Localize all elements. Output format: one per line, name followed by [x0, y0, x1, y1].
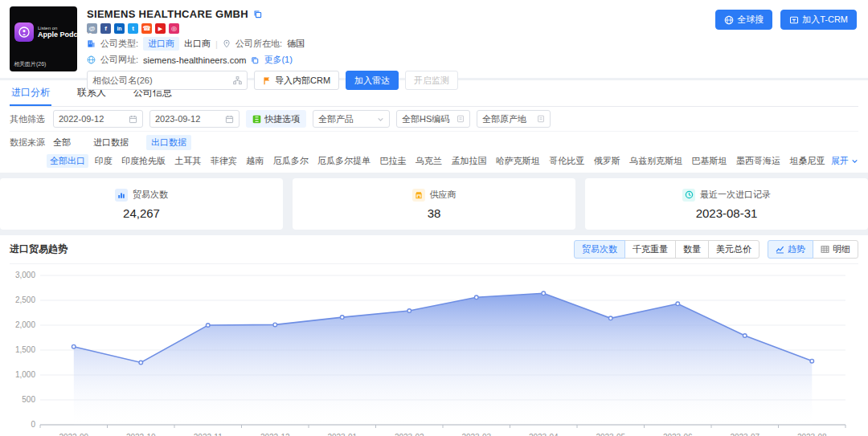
region-tab[interactable]: 土耳其: [171, 154, 204, 168]
region-tab[interactable]: 坦桑尼亚: [786, 154, 828, 168]
hs-code-select[interactable]: 全部HS编码: [396, 110, 470, 128]
divider: |: [215, 39, 218, 49]
related-images-label[interactable]: 相关图片(26): [14, 60, 46, 68]
region-tab[interactable]: 哈萨克斯坦: [493, 154, 543, 168]
quick-options-button[interactable]: 快捷选项: [246, 110, 306, 128]
supplier-icon: [412, 189, 425, 202]
svg-text:2023-07: 2023-07: [730, 433, 760, 436]
company-type-label: 公司类型:: [100, 38, 138, 50]
region-tab[interactable]: 墨西哥海运: [733, 154, 784, 168]
import-trend-area-chart[interactable]: 05001,0001,5002,0002,5003,0002022-092022…: [10, 266, 858, 436]
podcast-icon: [14, 22, 34, 42]
source-option-all[interactable]: 全部: [48, 135, 76, 150]
stat-label: 贸易次数: [133, 189, 168, 201]
metric-usd-total[interactable]: 美元总价: [708, 240, 760, 259]
region-tab[interactable]: 俄罗斯: [591, 154, 624, 168]
import-crm-button[interactable]: 导入内部CRM: [254, 71, 339, 90]
phone-icon[interactable]: ☎: [141, 23, 152, 34]
region-tab[interactable]: 巴拉圭: [377, 154, 410, 168]
view-trend[interactable]: 趋势: [768, 240, 813, 259]
region-tab[interactable]: 菲律宾: [207, 154, 240, 168]
metric-kg-weight[interactable]: 千克重量: [624, 240, 676, 259]
calendar-icon: [225, 115, 234, 124]
region-tab[interactable]: 印度抢先版: [118, 154, 169, 168]
svg-text:1,500: 1,500: [15, 345, 35, 354]
company-header: Listen on Apple Podcasts 相关图片(26) SIEMEN…: [0, 0, 868, 78]
product-select[interactable]: 全部产品: [313, 110, 390, 128]
svg-text:2023-06: 2023-06: [663, 433, 693, 436]
region-tab[interactable]: 厄瓜多尔: [270, 154, 312, 168]
similar-company-input[interactable]: [87, 71, 248, 90]
stat-card-trade-count: 贸易次数 24,267: [0, 178, 283, 230]
company-name: SIEMENS HEALTHCARE GMBH: [87, 8, 248, 20]
region-tab[interactable]: 孟加拉国: [448, 154, 489, 168]
global-search-button[interactable]: 全球搜: [715, 10, 772, 30]
region-tab[interactable]: 哥伦比亚: [546, 154, 588, 168]
location-pin-icon: [223, 39, 231, 48]
website-value[interactable]: siemens-healthineers.com: [143, 55, 246, 65]
source-option-export[interactable]: 出口数据: [146, 135, 191, 150]
org-icon: [233, 76, 242, 85]
region-tab[interactable]: 乌兹别克斯坦: [626, 154, 686, 168]
svg-text:2022-12: 2022-12: [260, 433, 290, 436]
youtube-icon[interactable]: ▶: [155, 23, 166, 34]
tab-import-analysis[interactable]: 进口分析: [10, 80, 51, 106]
svg-text:2023-05: 2023-05: [596, 433, 625, 436]
date-to-picker[interactable]: [149, 110, 240, 128]
region-tab[interactable]: 印度: [91, 154, 115, 168]
svg-text:2,000: 2,000: [15, 320, 35, 329]
company-type-importer[interactable]: 进口商: [143, 37, 179, 51]
region-tab[interactable]: 越南: [243, 154, 267, 168]
twitter-icon[interactable]: t: [128, 23, 138, 34]
region-tab[interactable]: 厄瓜多尔提单: [314, 154, 374, 168]
trend-chart-panel: 进口贸易趋势 贸易次数 千克重量 数量 美元总价 趋势 明细 05001,000…: [0, 235, 868, 436]
date-from-input[interactable]: [59, 114, 123, 124]
copy-icon[interactable]: [253, 10, 262, 18]
data-source-label: 数据来源: [10, 137, 47, 149]
chevron-down-icon: [851, 157, 858, 165]
clock-icon: [682, 189, 695, 202]
facebook-icon[interactable]: f: [100, 23, 111, 34]
location-value: 德国: [287, 38, 305, 50]
copy-url-icon[interactable]: [251, 56, 259, 64]
stat-label: 最近一次进口记录: [700, 189, 771, 201]
chart-toolbar: 贸易次数 千克重量 数量 美元总价 趋势 明细: [574, 240, 858, 259]
grid-icon: [252, 115, 261, 124]
region-tabs: 全部出口 印度 印度抢先版 土耳其 菲律宾 越南 厄瓜多尔 厄瓜多尔提单 巴拉圭…: [10, 152, 858, 169]
date-from-picker[interactable]: [53, 110, 143, 128]
stat-value: 24,267: [123, 206, 160, 220]
list-icon: [537, 115, 545, 123]
stat-value: 38: [428, 206, 441, 220]
svg-text:2022-10: 2022-10: [126, 433, 156, 436]
company-type-exporter[interactable]: 出口商: [184, 38, 211, 50]
instagram-icon[interactable]: ◎: [169, 23, 179, 34]
svg-text:2023-08: 2023-08: [797, 433, 827, 436]
svg-text:2023-01: 2023-01: [327, 433, 357, 436]
data-source-row: 数据来源 全部 进口数据 出口数据: [10, 133, 858, 152]
date-to-input[interactable]: [155, 114, 219, 124]
similar-company-field[interactable]: [92, 75, 221, 85]
origin-select[interactable]: 全部原产地: [477, 110, 551, 128]
svg-text:3,000: 3,000: [15, 271, 35, 279]
stat-card-last-import: 最近一次进口记录 2023-08-31: [585, 178, 868, 230]
svg-text:2022-09: 2022-09: [59, 433, 88, 436]
view-detail[interactable]: 明细: [813, 240, 858, 259]
metric-trade-count[interactable]: 贸易次数: [574, 240, 625, 259]
more-link[interactable]: 更多(1): [264, 54, 292, 66]
region-tab-all-export[interactable]: 全部出口: [47, 154, 88, 168]
building-icon: [87, 39, 96, 48]
source-option-import[interactable]: 进口数据: [88, 135, 133, 150]
calendar-icon: [129, 115, 137, 124]
bar-chart-icon: [115, 189, 128, 202]
start-monitor-button[interactable]: 开启监测: [405, 71, 458, 90]
svg-text:2023-02: 2023-02: [395, 433, 424, 436]
linkedin-icon[interactable]: in: [114, 23, 125, 34]
svg-text:2023-03: 2023-03: [461, 433, 491, 436]
list-icon: [457, 115, 465, 123]
join-tcrm-button[interactable]: 加入T-CRM: [780, 10, 857, 30]
add-radar-button[interactable]: 加入雷达: [346, 71, 399, 90]
expand-link[interactable]: 展开: [831, 155, 858, 167]
region-tab[interactable]: 巴基斯坦: [689, 154, 731, 168]
region-tab[interactable]: 乌克兰: [412, 154, 445, 168]
metric-quantity[interactable]: 数量: [675, 240, 709, 259]
